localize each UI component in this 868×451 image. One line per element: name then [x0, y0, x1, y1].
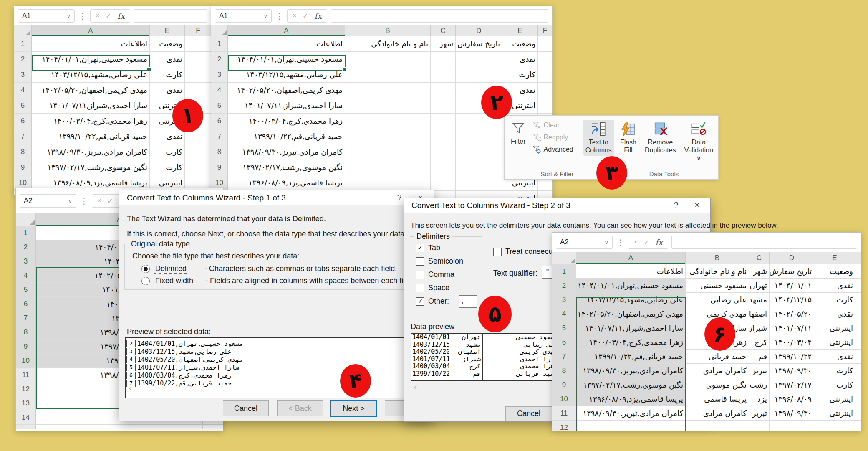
comma-checkbox[interactable]: Comma [416, 270, 454, 279]
cell-c[interactable]: تبریز [749, 364, 770, 378]
cell-c[interactable] [431, 129, 456, 144]
chevron-down-icon[interactable]: ∨ [263, 13, 267, 19]
cell-a[interactable]: نگین موسوی,رشت,۱۳۹۷/۰۲/۱۷ [32, 160, 150, 175]
cell-b[interactable] [345, 175, 431, 191]
cell-c[interactable] [431, 83, 456, 98]
row-number[interactable]: 9 [16, 340, 36, 354]
cell-c[interactable] [431, 67, 456, 83]
row-number[interactable]: 6 [14, 114, 32, 129]
cell-d[interactable]: ۱۳۹۶/۰۸/۰۹ [770, 392, 814, 406]
cell-e[interactable]: نقدی [814, 350, 855, 364]
cell-d[interactable]: تاریخ سفارش [456, 36, 502, 52]
row-number[interactable]: 2 [14, 52, 32, 67]
cell-d[interactable] [456, 160, 502, 175]
cell-d[interactable]: ۱۴۰۴/۰۱/۰۱ [770, 279, 814, 293]
cell-a[interactable]: سارا احمدی,شیراز,۱۴۰۱/۰۷/۱۱ [228, 98, 345, 114]
column-header-f[interactable]: F [538, 25, 552, 36]
cancel-button[interactable]: Cancel [223, 400, 269, 416]
row-number[interactable]: 8 [552, 364, 576, 378]
cell-e[interactable]: وضعیت [814, 264, 855, 279]
row-number[interactable]: 10 [16, 354, 36, 368]
remove-duplicates-button[interactable]: Remove Duplicates [643, 120, 678, 156]
cell-f[interactable] [185, 160, 211, 175]
cell-e[interactable] [814, 421, 855, 431]
column-header-a[interactable]: A [576, 252, 686, 264]
row-number[interactable]: 5 [552, 321, 576, 335]
row-number[interactable]: 7 [211, 129, 228, 144]
cell-rest[interactable] [203, 425, 223, 429]
row-number[interactable]: 3 [14, 67, 32, 83]
cell-d[interactable]: ۱۳۹۹/۱۰/۲۲ [770, 350, 814, 364]
cell-c[interactable] [431, 175, 456, 191]
cell-a[interactable]: نگین موسوی,رشت,۱۳۹۷/۰۲/۱۷ [228, 160, 345, 175]
cell-a[interactable]: کامران مرادی,تبریز,۱۳۹۸/۰۹/۳۰ [228, 144, 345, 160]
cell-rest[interactable] [855, 279, 861, 293]
formula-bar-input[interactable] [671, 236, 857, 249]
cell-e[interactable]: اینترنتی [814, 392, 855, 406]
cell-rest[interactable] [855, 364, 861, 378]
cell-d[interactable] [456, 129, 502, 144]
row-number[interactable]: 15 [16, 425, 36, 429]
cell-d[interactable]: ۱۴۰۲/۰۵/۲۰ [770, 307, 814, 321]
cell-b[interactable] [345, 160, 431, 175]
cell-a[interactable]: کامران مرادی,تبریز,۱۳۹۸/۰۹/۳۰ [576, 364, 686, 378]
cell-a[interactable]: علی رضایی,مشهد,۱۴۰۳/۱۲/۱۵ [576, 293, 686, 307]
column-header-e[interactable]: E [150, 25, 185, 36]
advanced-filter-button[interactable]: Advanced [532, 145, 573, 154]
confirm-entry-icon[interactable]: ✓ [303, 12, 308, 20]
confirm-entry-icon[interactable]: ✓ [107, 197, 113, 205]
cell-e[interactable]: اینترنتی [814, 321, 855, 335]
row-number[interactable]: 4 [552, 307, 576, 321]
cell-e[interactable]: وضعیت [150, 36, 185, 52]
cell-c[interactable] [431, 52, 456, 67]
cell-e[interactable]: کارت [150, 144, 185, 160]
cell-a[interactable]: علی رضایی,مشهد,۱۴۰۳/۱۲/۱۵ [32, 67, 150, 83]
reapply-filter-button[interactable]: Reapply [532, 133, 573, 142]
cell-b[interactable]: پریسا قاسمی [686, 392, 749, 406]
cell-c[interactable]: یزد [749, 392, 770, 406]
cell-b[interactable] [345, 67, 431, 83]
cell-a[interactable]: پریسا قاسمی,یزد,۱۳۹۶/۰۸/۰۹ [228, 175, 345, 191]
cell-b[interactable] [686, 421, 749, 431]
cell-b[interactable]: نام و نام خانوادگی [686, 264, 749, 279]
cell-b[interactable] [345, 144, 431, 160]
cell-d[interactable] [456, 175, 502, 191]
cell-c[interactable]: کرج [749, 335, 770, 350]
cell-rest[interactable] [855, 321, 861, 335]
cancel-entry-icon[interactable]: × [96, 12, 100, 20]
next-button[interactable]: Next > [330, 400, 377, 417]
cell-a[interactable]: مسعود حسینی,تهران,۱۴۰۴/۰۱/۰۱ [576, 279, 686, 293]
semicolon-checkbox[interactable]: Semicolon [416, 257, 463, 266]
cell-a[interactable]: زهرا محمدی,کرج,۱۴۰۰/۰۳/۰۴ [32, 114, 150, 129]
cell-f[interactable] [538, 98, 552, 114]
select-all-corner[interactable] [14, 25, 32, 36]
text-to-columns-button[interactable]: Text to Columns [583, 120, 614, 156]
column-header-d[interactable]: D [770, 252, 814, 264]
cell-a[interactable] [36, 425, 203, 429]
cell-c[interactable] [431, 114, 456, 129]
back-button[interactable]: < Back [277, 400, 323, 416]
cell-e[interactable]: اینترنتی [814, 335, 855, 350]
data-validation-button[interactable]: Data Validation ∨ [682, 120, 715, 164]
cell-d[interactable] [456, 67, 502, 83]
cancel-button[interactable]: Cancel [505, 406, 552, 421]
insert-function-icon[interactable]: fx [314, 11, 322, 20]
formula-bar-input[interactable] [331, 9, 548, 23]
cell-d[interactable]: تاریخ سفارش [770, 264, 814, 279]
cell-a[interactable]: مسعود حسینی,تهران,۱۴۰۴/۰۱/۰۱ [228, 52, 345, 67]
column-header-e[interactable]: E [814, 252, 855, 264]
filter-button[interactable]: Filter [509, 120, 528, 147]
cell-e[interactable]: اینترنتی [814, 406, 855, 421]
cell-f[interactable] [538, 83, 552, 98]
row-number[interactable]: 1 [211, 36, 228, 52]
delimited-radio[interactable]: Delimited - Characters such as commas or… [141, 264, 397, 274]
help-icon[interactable]: ? [667, 198, 685, 212]
cell-a[interactable]: اطلاعات [32, 36, 150, 52]
column-header-c[interactable]: C [431, 25, 456, 36]
row-number[interactable]: 4 [16, 269, 36, 283]
cell-e[interactable]: نقدی [150, 83, 185, 98]
column-header-a[interactable]: A [228, 25, 345, 36]
cell-d[interactable]: ۱۴۰۳/۱۲/۱۵ [770, 293, 814, 307]
row-number[interactable]: 9 [14, 160, 32, 175]
cancel-entry-icon[interactable]: × [97, 197, 101, 205]
